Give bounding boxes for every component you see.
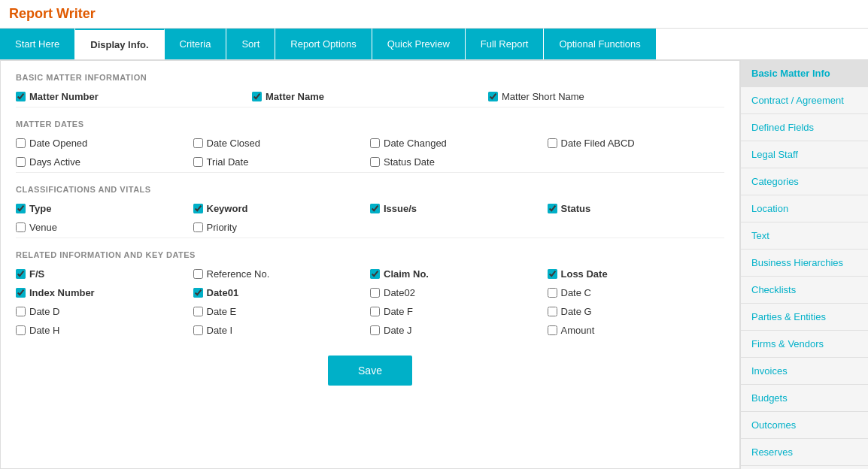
checkbox-loss-date[interactable]: [548, 269, 557, 279]
checkbox-date-g[interactable]: [548, 307, 557, 316]
right-sidebar: Basic Matter Info Contract / Agreement D…: [740, 60, 868, 469]
label-date-closed: Date Closed: [207, 138, 261, 149]
label-date-j: Date J: [384, 325, 412, 336]
checkbox-date-c[interactable]: [548, 288, 557, 298]
tab-full-report[interactable]: Full Report: [466, 29, 545, 59]
checkbox-fs[interactable]: [16, 269, 26, 279]
field-days-active: Days Active: [16, 155, 193, 169]
field-venue: Venue: [16, 220, 193, 234]
checkbox-claim-no[interactable]: [370, 269, 380, 279]
sidebar-item-contract-agreement[interactable]: Contract / Agreement: [741, 87, 868, 114]
label-matter-number: Matter Number: [29, 91, 99, 102]
basic-matter-grid: Matter Number Matter Name Matter Short N…: [16, 89, 724, 104]
label-status-date: Status Date: [384, 156, 435, 168]
checkbox-amount[interactable]: [548, 325, 557, 335]
tab-optional-functions[interactable]: Optional Functions: [544, 29, 656, 59]
app-title: Report Writer: [9, 6, 96, 21]
checkbox-matter-name[interactable]: [252, 92, 262, 101]
field-date02: Date02: [370, 286, 548, 300]
tab-report-options[interactable]: Report Options: [275, 29, 372, 59]
field-loss-date: Loss Date: [548, 267, 725, 281]
checkbox-date02[interactable]: [370, 288, 380, 298]
checkbox-trial-date[interactable]: [193, 157, 203, 167]
sidebar-item-outcomes[interactable]: Outcomes: [741, 412, 868, 439]
label-date-i: Date I: [207, 325, 233, 336]
checkbox-reference-no[interactable]: [193, 269, 203, 279]
field-trial-date: Trial Date: [193, 155, 371, 169]
classifications-grid: Type Keyword Issue/s Status Venue: [16, 201, 724, 234]
checkbox-matter-number[interactable]: [16, 92, 26, 101]
checkbox-date-changed[interactable]: [370, 138, 380, 148]
field-claim-no: Claim No.: [370, 267, 548, 281]
label-keyword: Keyword: [207, 203, 248, 214]
checkbox-date01[interactable]: [193, 288, 203, 298]
checkbox-type[interactable]: [16, 204, 26, 213]
checkbox-status[interactable]: [548, 204, 557, 213]
checkbox-keyword[interactable]: [193, 204, 203, 213]
label-loss-date: Loss Date: [561, 268, 608, 280]
checkbox-date-filed-abcd[interactable]: [548, 138, 557, 148]
label-date-filed-abcd: Date Filed ABCD: [561, 138, 635, 149]
sidebar-item-reserves[interactable]: Reserves: [741, 439, 868, 466]
label-index-number: Index Number: [29, 287, 95, 298]
field-reference-no: Reference No.: [193, 267, 371, 281]
field-date-g: Date G: [548, 304, 725, 319]
section-classifications-title: CLASSIFICATIONS AND VITALS: [16, 185, 724, 194]
label-date01: Date01: [207, 287, 239, 298]
field-priority: Priority: [193, 220, 371, 234]
sidebar-item-budgets[interactable]: Budgets: [741, 385, 868, 412]
sidebar-item-basic-matter-info[interactable]: Basic Matter Info: [741, 60, 868, 87]
checkbox-venue[interactable]: [16, 222, 26, 232]
checkbox-status-date[interactable]: [370, 157, 380, 167]
field-date-d: Date D: [16, 304, 193, 319]
label-fs: F/S: [29, 268, 44, 280]
label-venue: Venue: [29, 222, 57, 233]
label-date-h: Date H: [29, 325, 59, 336]
tab-criteria[interactable]: Criteria: [165, 29, 227, 59]
field-date-e: Date E: [193, 304, 371, 319]
label-priority: Priority: [207, 222, 237, 233]
tab-quick-preview[interactable]: Quick Preview: [372, 29, 466, 59]
checkbox-matter-short-name[interactable]: [488, 92, 498, 101]
sidebar-item-business-hierarchies[interactable]: Business Hierarchies: [741, 250, 868, 277]
checkbox-date-e[interactable]: [193, 307, 203, 316]
checkbox-date-h[interactable]: [16, 325, 26, 335]
sidebar-item-categories[interactable]: Categories: [741, 168, 868, 195]
checkbox-days-active[interactable]: [16, 157, 26, 167]
checkbox-priority[interactable]: [193, 222, 203, 232]
tab-start-here[interactable]: Start Here: [0, 29, 75, 59]
field-date-h: Date H: [16, 323, 193, 337]
checkbox-date-d[interactable]: [16, 307, 26, 316]
label-claim-no: Claim No.: [384, 268, 429, 280]
label-trial-date: Trial Date: [207, 156, 249, 168]
save-button[interactable]: Save: [328, 356, 412, 386]
checkbox-date-i[interactable]: [193, 325, 203, 335]
label-date-d: Date D: [29, 306, 59, 317]
tab-display-info[interactable]: Display Info.: [75, 29, 164, 59]
field-date-filed-abcd: Date Filed ABCD: [548, 136, 725, 150]
field-keyword: Keyword: [193, 201, 371, 216]
sidebar-item-location[interactable]: Location: [741, 195, 868, 222]
checkbox-date-closed[interactable]: [193, 138, 203, 148]
sidebar-item-checklists[interactable]: Checklists: [741, 277, 868, 304]
checkbox-issues[interactable]: [370, 204, 380, 213]
checkbox-date-j[interactable]: [370, 325, 380, 335]
sidebar-item-parties-entities[interactable]: Parties & Entities: [741, 304, 868, 331]
sidebar-item-invoices[interactable]: Invoices: [741, 358, 868, 385]
field-type: Type: [16, 201, 193, 216]
sidebar-item-text[interactable]: Text: [741, 222, 868, 250]
field-date01: Date01: [193, 286, 371, 300]
nav-tabs: Start Here Display Info. Criteria Sort R…: [0, 29, 868, 60]
sidebar-item-legal-staff[interactable]: Legal Staff: [741, 141, 868, 168]
tab-sort[interactable]: Sort: [226, 29, 275, 59]
checkbox-index-number[interactable]: [16, 288, 26, 298]
label-issues: Issue/s: [384, 203, 417, 214]
field-amount: Amount: [548, 323, 725, 337]
label-amount: Amount: [561, 325, 595, 336]
sidebar-item-firms-vendors[interactable]: Firms & Vendors: [741, 331, 868, 358]
sidebar-item-defined-fields[interactable]: Defined Fields: [741, 114, 868, 141]
label-date-changed: Date Changed: [384, 138, 447, 149]
checkbox-date-f[interactable]: [370, 307, 380, 316]
checkbox-date-opened[interactable]: [16, 138, 26, 148]
label-date02: Date02: [384, 287, 415, 298]
